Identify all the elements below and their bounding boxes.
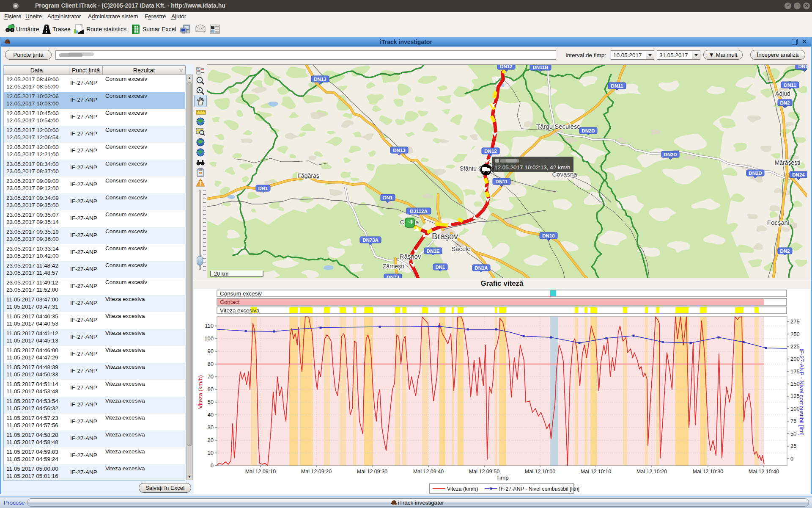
svg-text:30: 30 xyxy=(208,424,214,431)
svg-text:50: 50 xyxy=(208,399,214,405)
svg-text:DN13: DN13 xyxy=(314,77,326,82)
svg-text:Viteza (km/h): Viteza (km/h) xyxy=(447,486,478,492)
svg-text:90: 90 xyxy=(208,348,214,354)
svg-text:Contact: Contact xyxy=(220,299,240,305)
svg-text:DN13: DN13 xyxy=(393,148,405,153)
svg-text:DN11: DN11 xyxy=(611,83,623,88)
svg-text:DN12: DN12 xyxy=(500,65,512,69)
svg-text:225: 225 xyxy=(790,343,800,350)
svg-text:DN2: DN2 xyxy=(780,248,790,254)
svg-text:Mai 12 10:30: Mai 12 10:30 xyxy=(693,469,723,475)
svg-text:Adjud: Adjud xyxy=(775,90,790,97)
svg-text:DN2D: DN2D xyxy=(664,152,677,157)
svg-text:DN24: DN24 xyxy=(792,172,805,177)
svg-text:60: 60 xyxy=(208,386,214,392)
svg-text:DN1: DN1 xyxy=(435,265,445,270)
svg-text:100: 100 xyxy=(204,335,214,342)
svg-text:175: 175 xyxy=(790,368,800,375)
svg-text:Mai 12 09:10: Mai 12 09:10 xyxy=(245,469,276,475)
svg-text:Mai 12 09:30: Mai 12 09:30 xyxy=(357,469,387,475)
svg-text:Mai 12 10:10: Mai 12 10:10 xyxy=(581,469,611,475)
svg-text:DN11: DN11 xyxy=(784,83,796,88)
svg-text:Târgu Secuiesc: Târgu Secuiesc xyxy=(536,123,581,130)
svg-text:80: 80 xyxy=(208,361,214,367)
svg-text:0: 0 xyxy=(790,456,793,462)
svg-text:DN12: DN12 xyxy=(484,149,497,154)
svg-text:Consum excesiv: Consum excesiv xyxy=(220,290,262,297)
svg-text:75: 75 xyxy=(790,418,796,424)
svg-text:DN2: DN2 xyxy=(780,100,790,105)
svg-text:Braşov: Braşov xyxy=(432,232,458,241)
svg-text:Timp: Timp xyxy=(496,475,509,481)
svg-text:10: 10 xyxy=(208,450,214,456)
svg-text:20 km: 20 km xyxy=(214,271,228,277)
svg-text:IF-27-ANP - Nivel combustibil: IF-27-ANP - Nivel combustibil [litri] xyxy=(499,486,579,492)
svg-text:Mai 12 10:00: Mai 12 10:00 xyxy=(525,469,555,475)
svg-text:200: 200 xyxy=(790,356,800,362)
svg-text:Zărneşti: Zărneşti xyxy=(383,263,404,270)
svg-text:DN2D: DN2D xyxy=(749,171,762,176)
svg-text:250: 250 xyxy=(790,331,800,337)
svg-text:Râşnov: Râşnov xyxy=(400,253,421,260)
svg-text:50: 50 xyxy=(790,431,796,437)
svg-text:150: 150 xyxy=(790,381,800,387)
svg-text:25: 25 xyxy=(790,443,796,449)
svg-text:DN1E: DN1E xyxy=(427,248,440,254)
svg-text:DN73A: DN73A xyxy=(362,237,379,243)
svg-text:DN1: DN1 xyxy=(258,186,268,191)
svg-text:12.05.2017 10:02:13, 42 km/h: 12.05.2017 10:02:13, 42 km/h xyxy=(494,164,570,171)
svg-text:40: 40 xyxy=(208,411,214,418)
svg-text:DN1A: DN1A xyxy=(475,265,488,271)
svg-text:DN73: DN73 xyxy=(387,275,399,278)
svg-text:DN10: DN10 xyxy=(542,233,554,238)
svg-text:Viteza (km/h): Viteza (km/h) xyxy=(197,375,203,409)
svg-text:100: 100 xyxy=(790,406,800,412)
svg-text:20: 20 xyxy=(208,437,214,443)
svg-text:Mai 12 09:50: Mai 12 09:50 xyxy=(469,469,499,475)
svg-text:DJ112A: DJ112A xyxy=(410,209,428,214)
svg-text:125: 125 xyxy=(790,393,800,399)
svg-text:0: 0 xyxy=(211,462,214,469)
svg-text:DN2D: DN2D xyxy=(582,128,595,133)
svg-text:Mărăşeşti: Mărăşeşti xyxy=(775,159,801,166)
svg-text:Mai 12 09:20: Mai 12 09:20 xyxy=(301,469,332,475)
svg-text:Mai 12 10:20: Mai 12 10:20 xyxy=(636,469,667,475)
svg-text:IF-27-ANP - Nivel combustibil: IF-27-ANP - Nivel combustibil [litri] xyxy=(798,348,805,435)
svg-text:Făgăraş: Făgăraş xyxy=(297,172,319,179)
svg-text:Mai 12 09:40: Mai 12 09:40 xyxy=(413,469,444,475)
svg-text:70: 70 xyxy=(208,373,214,380)
svg-text:DN11: DN11 xyxy=(496,179,508,184)
svg-text:DN1: DN1 xyxy=(383,195,393,200)
svg-text:Mai 12 10:40: Mai 12 10:40 xyxy=(749,469,779,475)
svg-text:DN11: DN11 xyxy=(798,65,807,69)
svg-text:Focşani: Focşani xyxy=(767,219,790,226)
svg-text:Viteza excesiva: Viteza excesiva xyxy=(220,307,260,314)
svg-text:Săcele: Săcele xyxy=(451,245,471,252)
svg-text:275: 275 xyxy=(790,318,800,325)
svg-text:DN11B: DN11B xyxy=(532,65,548,70)
svg-text:110: 110 xyxy=(205,323,214,329)
